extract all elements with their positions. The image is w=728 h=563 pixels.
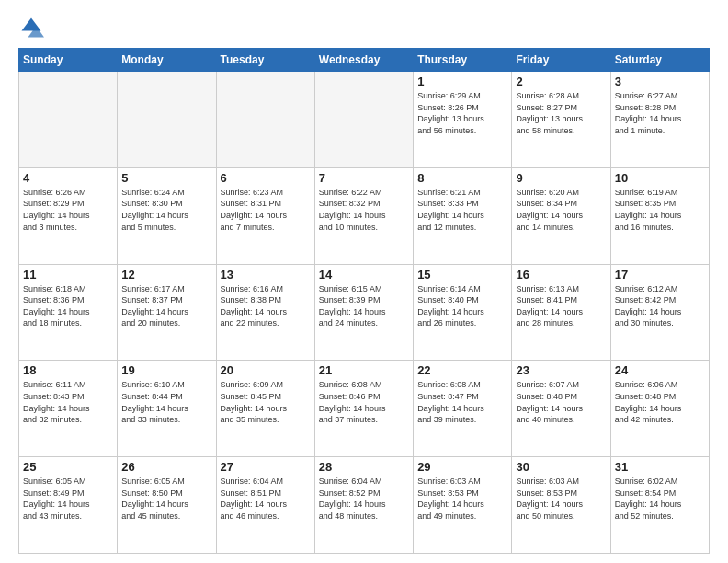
calendar-week-1: 1Sunrise: 6:29 AM Sunset: 8:26 PM Daylig… bbox=[19, 72, 710, 168]
calendar-cell bbox=[314, 72, 413, 168]
calendar-cell: 16Sunrise: 6:13 AM Sunset: 8:41 PM Dayli… bbox=[512, 264, 610, 361]
day-number: 21 bbox=[319, 363, 409, 377]
cell-content: Sunrise: 6:11 AM Sunset: 8:43 PM Dayligh… bbox=[23, 379, 113, 425]
day-number: 30 bbox=[516, 460, 606, 474]
calendar-week-2: 4Sunrise: 6:26 AM Sunset: 8:29 PM Daylig… bbox=[19, 167, 710, 264]
calendar-cell: 10Sunrise: 6:19 AM Sunset: 8:35 PM Dayli… bbox=[610, 167, 709, 264]
day-number: 23 bbox=[516, 363, 606, 377]
day-number: 9 bbox=[516, 171, 606, 185]
day-header-friday: Friday bbox=[512, 49, 610, 72]
day-number: 16 bbox=[516, 268, 606, 282]
cell-content: Sunrise: 6:20 AM Sunset: 8:34 PM Dayligh… bbox=[516, 187, 606, 233]
cell-content: Sunrise: 6:10 AM Sunset: 8:44 PM Dayligh… bbox=[121, 379, 211, 425]
calendar-cell: 31Sunrise: 6:02 AM Sunset: 8:54 PM Dayli… bbox=[610, 457, 709, 554]
day-number: 25 bbox=[23, 460, 113, 474]
calendar-cell: 20Sunrise: 6:09 AM Sunset: 8:45 PM Dayli… bbox=[216, 361, 314, 457]
calendar-cell: 7Sunrise: 6:22 AM Sunset: 8:32 PM Daylig… bbox=[314, 167, 413, 264]
day-number: 15 bbox=[417, 268, 507, 282]
page: SundayMondayTuesdayWednesdayThursdayFrid… bbox=[0, 0, 728, 563]
day-number: 1 bbox=[417, 75, 507, 88]
calendar-cell bbox=[19, 72, 118, 168]
calendar-cell: 27Sunrise: 6:04 AM Sunset: 8:51 PM Dayli… bbox=[216, 457, 314, 554]
calendar-header-row: SundayMondayTuesdayWednesdayThursdayFrid… bbox=[19, 49, 710, 72]
cell-content: Sunrise: 6:14 AM Sunset: 8:40 PM Dayligh… bbox=[417, 283, 507, 329]
day-number: 26 bbox=[121, 460, 211, 474]
day-number: 11 bbox=[23, 268, 113, 282]
cell-content: Sunrise: 6:08 AM Sunset: 8:47 PM Dayligh… bbox=[417, 379, 507, 425]
calendar-cell: 23Sunrise: 6:07 AM Sunset: 8:48 PM Dayli… bbox=[512, 361, 610, 457]
day-header-sunday: Sunday bbox=[19, 49, 118, 72]
cell-content: Sunrise: 6:24 AM Sunset: 8:30 PM Dayligh… bbox=[121, 187, 211, 233]
calendar-cell: 26Sunrise: 6:05 AM Sunset: 8:50 PM Dayli… bbox=[118, 457, 216, 554]
calendar-cell: 25Sunrise: 6:05 AM Sunset: 8:49 PM Dayli… bbox=[19, 457, 118, 554]
day-number: 31 bbox=[615, 460, 705, 474]
cell-content: Sunrise: 6:03 AM Sunset: 8:53 PM Dayligh… bbox=[516, 476, 606, 522]
header bbox=[18, 15, 710, 40]
cell-content: Sunrise: 6:09 AM Sunset: 8:45 PM Dayligh… bbox=[221, 379, 311, 425]
calendar-cell: 5Sunrise: 6:24 AM Sunset: 8:30 PM Daylig… bbox=[118, 167, 216, 264]
cell-content: Sunrise: 6:22 AM Sunset: 8:32 PM Dayligh… bbox=[319, 187, 409, 233]
calendar-cell: 21Sunrise: 6:08 AM Sunset: 8:46 PM Dayli… bbox=[314, 361, 413, 457]
day-number: 24 bbox=[615, 363, 705, 377]
calendar-cell: 3Sunrise: 6:27 AM Sunset: 8:28 PM Daylig… bbox=[610, 72, 709, 168]
calendar-cell: 6Sunrise: 6:23 AM Sunset: 8:31 PM Daylig… bbox=[216, 167, 314, 264]
day-number: 22 bbox=[417, 363, 507, 377]
cell-content: Sunrise: 6:03 AM Sunset: 8:53 PM Dayligh… bbox=[417, 476, 507, 522]
cell-content: Sunrise: 6:29 AM Sunset: 8:26 PM Dayligh… bbox=[417, 90, 507, 136]
calendar-cell: 14Sunrise: 6:15 AM Sunset: 8:39 PM Dayli… bbox=[314, 264, 413, 361]
calendar-cell: 8Sunrise: 6:21 AM Sunset: 8:33 PM Daylig… bbox=[414, 167, 512, 264]
day-number: 14 bbox=[319, 268, 409, 282]
calendar-cell: 13Sunrise: 6:16 AM Sunset: 8:38 PM Dayli… bbox=[216, 264, 314, 361]
calendar-cell: 1Sunrise: 6:29 AM Sunset: 8:26 PM Daylig… bbox=[414, 72, 512, 168]
cell-content: Sunrise: 6:19 AM Sunset: 8:35 PM Dayligh… bbox=[615, 187, 705, 233]
day-number: 2 bbox=[516, 75, 606, 88]
cell-content: Sunrise: 6:16 AM Sunset: 8:38 PM Dayligh… bbox=[221, 283, 311, 329]
cell-content: Sunrise: 6:08 AM Sunset: 8:46 PM Dayligh… bbox=[319, 379, 409, 425]
calendar-cell: 19Sunrise: 6:10 AM Sunset: 8:44 PM Dayli… bbox=[118, 361, 216, 457]
day-header-saturday: Saturday bbox=[610, 49, 709, 72]
cell-content: Sunrise: 6:04 AM Sunset: 8:52 PM Dayligh… bbox=[319, 476, 409, 522]
day-header-monday: Monday bbox=[118, 49, 216, 72]
cell-content: Sunrise: 6:07 AM Sunset: 8:48 PM Dayligh… bbox=[516, 379, 606, 425]
day-number: 29 bbox=[417, 460, 507, 474]
day-number: 12 bbox=[121, 268, 211, 282]
calendar-cell: 9Sunrise: 6:20 AM Sunset: 8:34 PM Daylig… bbox=[512, 167, 610, 264]
calendar-cell bbox=[216, 72, 314, 168]
day-header-thursday: Thursday bbox=[414, 49, 512, 72]
day-number: 8 bbox=[417, 171, 507, 185]
calendar-cell bbox=[118, 72, 216, 168]
cell-content: Sunrise: 6:02 AM Sunset: 8:54 PM Dayligh… bbox=[615, 476, 705, 522]
day-number: 13 bbox=[221, 268, 311, 282]
cell-content: Sunrise: 6:28 AM Sunset: 8:27 PM Dayligh… bbox=[516, 90, 606, 136]
calendar-cell: 17Sunrise: 6:12 AM Sunset: 8:42 PM Dayli… bbox=[610, 264, 709, 361]
cell-content: Sunrise: 6:21 AM Sunset: 8:33 PM Dayligh… bbox=[417, 187, 507, 233]
calendar-cell: 30Sunrise: 6:03 AM Sunset: 8:53 PM Dayli… bbox=[512, 457, 610, 554]
cell-content: Sunrise: 6:05 AM Sunset: 8:50 PM Dayligh… bbox=[121, 476, 211, 522]
calendar-cell: 24Sunrise: 6:06 AM Sunset: 8:48 PM Dayli… bbox=[610, 361, 709, 457]
calendar-cell: 4Sunrise: 6:26 AM Sunset: 8:29 PM Daylig… bbox=[19, 167, 118, 264]
day-number: 5 bbox=[121, 171, 211, 185]
calendar-cell: 15Sunrise: 6:14 AM Sunset: 8:40 PM Dayli… bbox=[414, 264, 512, 361]
day-number: 7 bbox=[319, 171, 409, 185]
day-header-wednesday: Wednesday bbox=[314, 49, 413, 72]
logo-icon bbox=[18, 15, 44, 40]
cell-content: Sunrise: 6:15 AM Sunset: 8:39 PM Dayligh… bbox=[319, 283, 409, 329]
cell-content: Sunrise: 6:18 AM Sunset: 8:36 PM Dayligh… bbox=[23, 283, 113, 329]
calendar-week-3: 11Sunrise: 6:18 AM Sunset: 8:36 PM Dayli… bbox=[19, 264, 710, 361]
day-number: 10 bbox=[615, 171, 705, 185]
calendar-cell: 28Sunrise: 6:04 AM Sunset: 8:52 PM Dayli… bbox=[314, 457, 413, 554]
logo bbox=[18, 15, 48, 40]
cell-content: Sunrise: 6:05 AM Sunset: 8:49 PM Dayligh… bbox=[23, 476, 113, 522]
calendar-cell: 12Sunrise: 6:17 AM Sunset: 8:37 PM Dayli… bbox=[118, 264, 216, 361]
day-number: 28 bbox=[319, 460, 409, 474]
day-header-tuesday: Tuesday bbox=[216, 49, 314, 72]
day-number: 6 bbox=[221, 171, 311, 185]
cell-content: Sunrise: 6:12 AM Sunset: 8:42 PM Dayligh… bbox=[615, 283, 705, 329]
day-number: 20 bbox=[221, 363, 311, 377]
cell-content: Sunrise: 6:27 AM Sunset: 8:28 PM Dayligh… bbox=[615, 90, 705, 136]
calendar-cell: 2Sunrise: 6:28 AM Sunset: 8:27 PM Daylig… bbox=[512, 72, 610, 168]
day-number: 3 bbox=[615, 75, 705, 88]
cell-content: Sunrise: 6:13 AM Sunset: 8:41 PM Dayligh… bbox=[516, 283, 606, 329]
day-number: 17 bbox=[615, 268, 705, 282]
cell-content: Sunrise: 6:04 AM Sunset: 8:51 PM Dayligh… bbox=[221, 476, 311, 522]
